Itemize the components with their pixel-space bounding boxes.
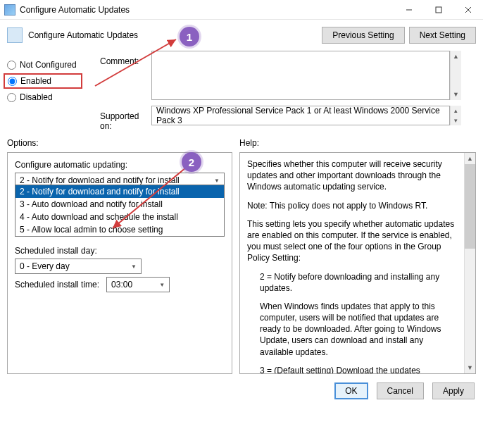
dropdown-item[interactable]: 3 - Auto download and notify for install — [15, 198, 224, 211]
window-title: Configure Automatic Updates — [20, 5, 130, 15]
chevron-down-icon: ▼ — [131, 263, 137, 270]
chevron-down-icon: ▼ — [214, 178, 220, 184]
comment-field[interactable] — [151, 51, 450, 100]
scroll-up-icon[interactable]: ▴ — [451, 106, 461, 116]
comment-label: Comment: — [92, 51, 151, 100]
policy-icon — [7, 27, 23, 43]
config-updating-dropdown[interactable]: 2 - Notify for download and notify for i… — [15, 185, 225, 237]
options-header: Options: — [7, 138, 232, 152]
radio-disabled[interactable]: Disabled — [7, 92, 92, 102]
chevron-down-icon: ▼ — [159, 282, 165, 288]
scheduled-day-select[interactable]: 0 - Every day ▼ — [15, 259, 142, 274]
radio-not-configured[interactable]: Not Configured — [7, 60, 92, 70]
supported-on-field: Windows XP Professional Service Pack 1 o… — [151, 106, 450, 125]
radio-label: Not Configured — [20, 60, 77, 70]
supported-label: Supported on: — [92, 106, 151, 131]
radio-enabled[interactable]: Enabled — [8, 76, 78, 86]
select-value: 0 - Every day — [20, 261, 70, 271]
scrollbar[interactable]: ▲ ▼ — [464, 153, 475, 373]
scroll-down-icon[interactable]: ▾ — [451, 116, 461, 125]
scheduled-time-select[interactable]: 03:00 ▼ — [106, 277, 170, 292]
dropdown-item[interactable]: 5 - Allow local admin to choose setting — [15, 223, 224, 236]
help-header: Help: — [239, 138, 476, 152]
select-value: 2 - Notify for download and notify for i… — [20, 175, 180, 185]
options-panel: Configure automatic updating: 2 - Notify… — [7, 152, 232, 374]
dropdown-item[interactable]: 2 - Notify for download and notify for i… — [15, 185, 224, 198]
svg-rect-0 — [436, 7, 441, 13]
annotation-badge-2: 2 — [182, 152, 201, 172]
scrollbar[interactable]: ▲ ▼ — [450, 51, 461, 100]
scroll-thumb[interactable] — [465, 164, 475, 249]
title-bar: Configure Automatic Updates — [0, 0, 483, 20]
previous-setting-button[interactable]: Previous Setting — [322, 27, 404, 44]
scroll-up-icon[interactable]: ▲ — [451, 51, 461, 62]
cancel-button[interactable]: Cancel — [377, 382, 424, 399]
apply-button[interactable]: Apply — [432, 382, 475, 399]
annotation-badge-1: 1 — [180, 27, 199, 46]
next-setting-button[interactable]: Next Setting — [409, 27, 476, 44]
radio-label: Disabled — [20, 92, 53, 102]
dropdown-item[interactable]: 4 - Auto download and schedule the insta… — [15, 211, 224, 223]
scroll-up-icon[interactable]: ▲ — [465, 153, 475, 164]
help-text: Specifies whether this computer will rec… — [240, 153, 464, 373]
maximize-button[interactable] — [424, 0, 453, 20]
scheduled-day-label: Scheduled install day: — [15, 246, 225, 256]
select-value: 03:00 — [111, 280, 132, 290]
help-panel: Specifies whether this computer will rec… — [239, 152, 476, 374]
scroll-down-icon[interactable]: ▼ — [465, 362, 475, 373]
ok-button[interactable]: OK — [334, 382, 368, 399]
minimize-button[interactable] — [394, 0, 424, 20]
scroll-down-icon[interactable]: ▼ — [451, 89, 461, 100]
scrollbar[interactable]: ▴ ▾ — [450, 106, 461, 125]
policy-title: Configure Automatic Updates — [28, 30, 138, 40]
radio-label: Enabled — [20, 76, 51, 86]
close-button[interactable] — [453, 0, 483, 20]
scheduled-time-label: Scheduled install time: — [15, 280, 99, 290]
app-icon — [4, 4, 15, 15]
